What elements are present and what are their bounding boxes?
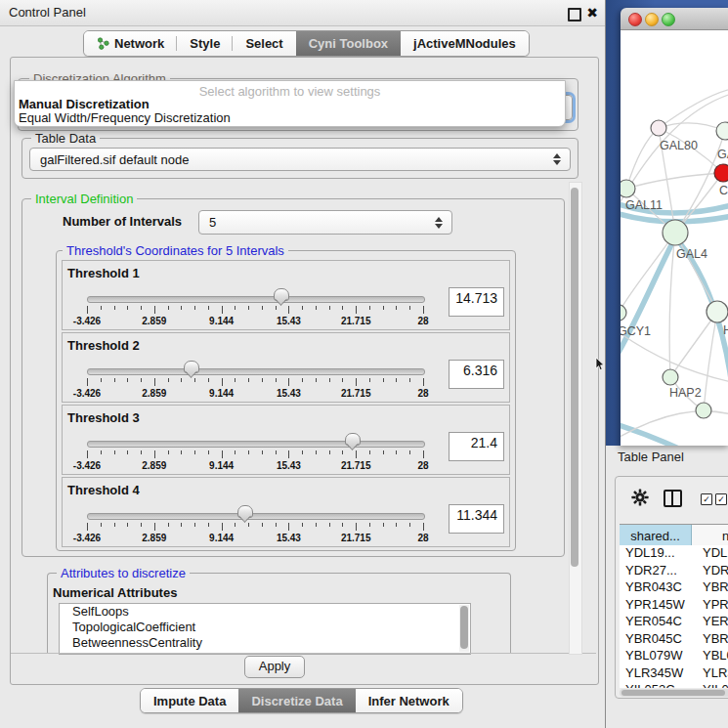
slider-tick (383, 450, 384, 454)
slider-tick (181, 378, 182, 382)
threshold-3-panel: Threshold 3 -3.4262.8599.14415.4321.7152… (62, 405, 510, 475)
slider-tick-label: 9.144 (209, 316, 234, 326)
checkbox-icon[interactable]: ✓ (701, 493, 712, 505)
control-panel-tabs: Network Style Select Cyni Toolbox jActiv… (83, 30, 530, 57)
table-row[interactable]: YDR27...YDR2 (620, 563, 728, 580)
threshold-3-slider-thumb[interactable] (345, 433, 361, 446)
slider-tick (248, 523, 249, 527)
tab-cyni-toolbox[interactable]: Cyni Toolbox (296, 31, 401, 56)
network-node[interactable] (707, 301, 728, 322)
slider-tick (87, 378, 88, 386)
gear-icon[interactable] (631, 489, 649, 506)
slider-tick-label: 2.859 (142, 533, 166, 543)
split-columns-icon[interactable] (664, 490, 682, 507)
attribute-item[interactable]: SelfLoops (60, 604, 470, 620)
slider-tick (342, 523, 343, 527)
apply-button[interactable]: Apply (244, 656, 305, 678)
number-of-intervals-label: Number of Intervals (63, 214, 182, 229)
tab-discretize-data[interactable]: Discretize Data (238, 689, 355, 712)
table-data-combo[interactable]: galFiltered.sif default node (29, 148, 571, 171)
table-toolbar: ✓ ✓ (616, 477, 728, 520)
network-node-label: H (723, 323, 728, 337)
network-node[interactable] (621, 305, 626, 321)
tab-infer-network[interactable]: Infer Network (356, 689, 462, 712)
tab-select[interactable]: Select (233, 31, 295, 56)
threshold-1-value-field[interactable]: 14.713 (449, 287, 504, 317)
slider-tick (114, 523, 115, 527)
tab-style[interactable]: Style (177, 31, 233, 56)
slider-tick (154, 378, 155, 386)
network-node[interactable] (621, 180, 635, 197)
numerical-attributes-label: Numerical Attributes (53, 585, 177, 600)
table-row[interactable]: YBR045CYBR0 (620, 631, 728, 649)
tab-impute-data[interactable]: Impute Data (141, 689, 238, 712)
network-node[interactable] (651, 120, 666, 136)
network-node[interactable] (663, 220, 688, 245)
panel-scrollbar[interactable] (569, 182, 582, 655)
number-of-intervals-combo[interactable]: 5 (198, 210, 452, 235)
table-row[interactable]: YBL079WYBL0 (620, 648, 728, 665)
attributes-list-scrollbar[interactable] (459, 605, 469, 652)
network-node[interactable] (716, 122, 728, 140)
table-row[interactable]: YLR345WYLR3 (620, 665, 728, 683)
table-cell: YIL052C (620, 682, 697, 688)
threshold-2-slider-thumb[interactable] (184, 361, 199, 373)
close-traffic-light-icon[interactable] (628, 13, 642, 26)
checkbox-icon[interactable]: ✓ (715, 493, 727, 505)
network-node[interactable] (714, 164, 728, 182)
minimize-traffic-light-icon[interactable] (645, 13, 659, 26)
column-header-name[interactable]: na (692, 525, 728, 546)
table-cell: YBR045C (620, 631, 697, 649)
threshold-4-slider-thumb[interactable] (237, 505, 253, 518)
network-node[interactable] (696, 403, 711, 418)
table-row[interactable]: YIL052CYIL0 (620, 682, 728, 688)
tab-network[interactable]: Network (84, 31, 177, 56)
network-edge (669, 233, 675, 377)
attribute-item[interactable]: TopologicalCoefficient (60, 620, 470, 635)
network-node-label: GA (717, 148, 728, 161)
table-cell: YDL1 (697, 545, 728, 563)
slider-tick (409, 523, 410, 527)
network-node-label: C (719, 184, 728, 197)
threshold-1-slider-thumb[interactable] (274, 288, 289, 301)
dropdown-option-equal-width-frequency[interactable]: Equal Width/Frequency Discretization (19, 110, 231, 125)
table-row[interactable]: YER054CYER0 (620, 614, 728, 631)
network-node-label: HAP2 (669, 386, 702, 400)
threshold-4-label: Threshold 4 (67, 483, 140, 497)
threshold-4-value-field[interactable]: 11.344 (449, 504, 504, 534)
network-edge (621, 411, 728, 441)
network-node-label: GAL11 (625, 198, 663, 212)
slider-tick (194, 523, 195, 527)
tab-jactivemnodules[interactable]: jActiveMNodules (401, 31, 529, 56)
table-row[interactable]: YPR145WYPR1 (620, 597, 728, 615)
table-hscrollbar[interactable] (620, 689, 728, 697)
table-row[interactable]: YBR043CYBR0 (620, 579, 728, 597)
float-window-icon[interactable] (568, 8, 581, 21)
close-icon[interactable]: ✖ (584, 4, 600, 21)
slider-tick-label: -3.426 (73, 388, 101, 399)
slider-tick (262, 378, 263, 382)
network-canvas[interactable]: GAL80GACGAL11GAL4GCY1HHAP2 (621, 30, 728, 446)
threshold-3-value-field[interactable]: 21.4 (449, 432, 504, 461)
table-cell: YBL079W (620, 648, 697, 665)
slider-tick-label: 28 (417, 460, 428, 471)
slider-tick (396, 450, 397, 454)
network-node-label: GCY1 (621, 324, 651, 338)
slider-tick-label: -3.426 (73, 460, 101, 471)
network-node[interactable] (663, 369, 678, 385)
slider-tick-label: 28 (417, 533, 428, 543)
threshold-4-slider-track[interactable] (87, 513, 425, 520)
threshold-2-slider-track[interactable] (87, 368, 425, 375)
threshold-1-slider-track[interactable] (87, 296, 425, 303)
column-header-shared-name[interactable]: shared... (620, 525, 692, 546)
slider-tick (235, 450, 236, 454)
attribute-item[interactable]: BetweennessCentrality (60, 635, 470, 651)
slider-tick-label: 2.859 (142, 388, 166, 399)
zoom-traffic-light-icon[interactable] (662, 13, 675, 26)
threshold-2-value-field[interactable]: 6.316 (449, 360, 504, 389)
threshold-3-slider-track[interactable] (87, 441, 425, 448)
dropdown-option-manual-discretization[interactable]: Manual Discretization (19, 97, 150, 111)
slider-tick (127, 523, 128, 527)
table-row[interactable]: YDL19...YDL1 (620, 545, 728, 563)
application-window: Control Panel ✖ Network Style Select (0, 0, 728, 728)
